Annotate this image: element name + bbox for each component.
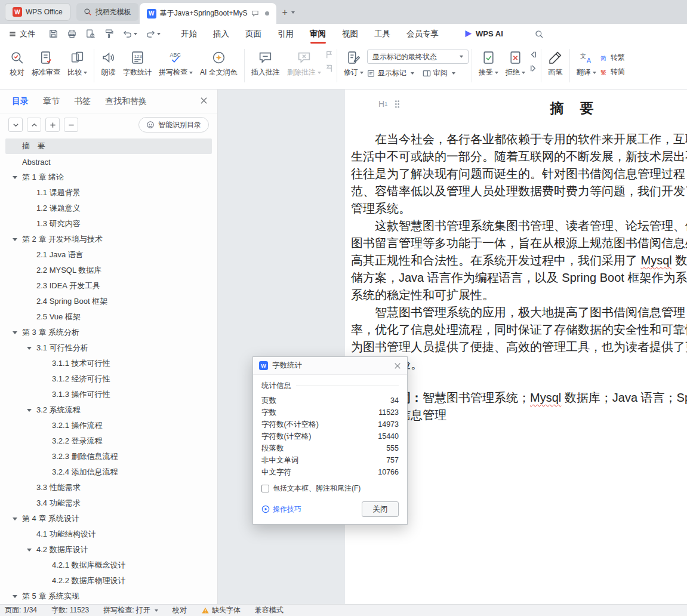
toc-item[interactable]: 4.1 功能结构设计: [5, 526, 212, 542]
tab-review[interactable]: 审阅: [310, 24, 326, 44]
toc-item[interactable]: 2.1 Java 语言: [5, 247, 212, 263]
toc-item[interactable]: 4.2 数据库设计: [5, 542, 212, 558]
previous-change-button[interactable]: [529, 50, 538, 59]
tab-insert[interactable]: 插入: [213, 24, 229, 44]
dialog-close-button[interactable]: [394, 362, 401, 369]
toc-item[interactable]: 2.4 Spring Boot 框架: [5, 294, 212, 309]
toc-item[interactable]: 3.1.1 技术可行性: [5, 356, 212, 371]
toc-item[interactable]: 3.2.1 操作流程: [5, 418, 212, 433]
read-aloud-button[interactable]: 朗读: [97, 48, 119, 79]
toc-item[interactable]: Abstract: [5, 154, 212, 170]
checkbox-icon[interactable]: [261, 485, 269, 492]
heading-level-button[interactable]: H1: [378, 99, 387, 109]
caret-down-icon[interactable]: [13, 595, 17, 600]
tips-link[interactable]: 操作技巧: [261, 504, 301, 515]
search-button[interactable]: [534, 29, 544, 39]
drag-handle-icon[interactable]: [394, 100, 401, 109]
toc-item[interactable]: 2.2 MYSQL 数据库: [5, 263, 212, 278]
undo-button[interactable]: [122, 29, 137, 39]
toc-item[interactable]: 第 3 章 系统分析: [5, 325, 212, 340]
redo-caret-icon[interactable]: [157, 33, 161, 37]
toc-item[interactable]: 3.2 系统流程: [5, 402, 212, 418]
word-count-button[interactable]: 123 字数统计: [119, 48, 155, 79]
close-dialog-button[interactable]: 关闭: [362, 501, 399, 517]
markup-state-dropdown[interactable]: 显示标记的最终状态: [367, 50, 469, 64]
toc-item[interactable]: 1.3 研究内容: [5, 216, 212, 232]
proofread-indicator[interactable]: 校对: [172, 605, 187, 615]
toc-item[interactable]: 第 1 章 绪论: [5, 170, 212, 185]
caret-down-icon[interactable]: [27, 347, 32, 352]
tab-wps-office[interactable]: W WPS Office: [5, 3, 70, 21]
wps-ai-button[interactable]: WPS AI: [464, 29, 503, 38]
toc-item[interactable]: 4.2.2 数据库物理设计: [5, 573, 212, 589]
comment-bubble-icon[interactable]: [251, 10, 259, 17]
tab-tools[interactable]: 工具: [374, 24, 390, 44]
tab-bookmarks[interactable]: 书签: [74, 96, 91, 107]
show-markup-button[interactable]: 显示标记: [367, 68, 414, 78]
tab-membership[interactable]: 会员专享: [406, 24, 439, 44]
include-textbox-checkbox-row[interactable]: 包括文本框、脚注和尾注(F): [261, 483, 399, 494]
tab-references[interactable]: 引用: [278, 24, 294, 44]
undo-caret-icon[interactable]: [134, 33, 137, 37]
tab-contents[interactable]: 目录: [12, 96, 29, 107]
delete-comment-button[interactable]: 删除批注: [284, 48, 325, 79]
print-icon[interactable]: [67, 29, 77, 39]
format-painter-icon[interactable]: [104, 29, 114, 39]
toc-item[interactable]: 3.1.2 经济可行性: [5, 371, 212, 387]
expand-all-button[interactable]: [8, 118, 23, 132]
previous-comment-button[interactable]: [325, 50, 334, 59]
tab-page[interactable]: 页面: [245, 24, 261, 44]
toc-item[interactable]: 2.3 IDEA 开发工具: [5, 278, 212, 294]
tab-find-template[interactable]: 找稻壳模板: [76, 3, 138, 21]
toc-item[interactable]: 1.2 课题意义: [5, 201, 212, 216]
dialog-title-bar[interactable]: W 字数统计: [253, 357, 407, 375]
save-icon[interactable]: [48, 29, 58, 39]
tab-view[interactable]: 视图: [342, 24, 358, 44]
toc-item[interactable]: 摘 要: [5, 138, 212, 154]
zoom-in-level-button[interactable]: [45, 118, 60, 132]
tab-document-active[interactable]: W 基于Java+SpringBoot+MyS: [140, 3, 276, 24]
tab-home[interactable]: 开始: [181, 24, 197, 44]
spell-check-indicator[interactable]: 拼写检查: 打开: [103, 605, 158, 615]
review-pane-button[interactable]: 审阅: [423, 68, 455, 78]
toc-item[interactable]: 3.1.3 操作可行性: [5, 387, 212, 402]
missing-font-indicator[interactable]: 缺失字体: [201, 605, 241, 615]
toc-item[interactable]: 第 5 章 系统实现: [5, 589, 212, 604]
caret-down-icon[interactable]: [27, 409, 32, 414]
toc-item[interactable]: 3.2.2 登录流程: [5, 433, 212, 449]
toc-item[interactable]: 4.2.1 数据库概念设计: [5, 558, 212, 573]
toc-item[interactable]: 1.1 课题背景: [5, 185, 212, 201]
file-menu-button[interactable]: 文件: [8, 29, 35, 39]
toc-item[interactable]: 3.2.4 添加信息流程: [5, 464, 212, 480]
caret-down-icon[interactable]: [13, 238, 17, 244]
tab-chapters[interactable]: 章节: [43, 96, 60, 107]
toc-item[interactable]: 3.3 性能需求: [5, 480, 212, 495]
accept-button[interactable]: 接受: [475, 48, 502, 79]
page-indicator[interactable]: 页面: 1/34: [5, 605, 37, 615]
ink-brush-button[interactable]: 画笔: [544, 48, 566, 79]
toc-item[interactable]: 第 2 章 开发环境与技术: [5, 232, 212, 247]
zoom-out-level-button[interactable]: [64, 118, 78, 132]
tab-list-caret-icon[interactable]: [291, 11, 295, 16]
close-pane-button[interactable]: [200, 97, 208, 104]
toc-item[interactable]: 第 4 章 系统设计: [5, 511, 212, 526]
standard-review-button[interactable]: 标准审查: [28, 48, 64, 79]
proofread-button[interactable]: 校对: [6, 48, 28, 79]
to-simplified-button[interactable]: 繁 转简: [600, 67, 625, 77]
toc-item[interactable]: 3.1 可行性分析: [5, 340, 212, 356]
modified-dot-icon[interactable]: [265, 11, 269, 16]
word-count-indicator[interactable]: 字数: 11523: [51, 605, 89, 615]
caret-down-icon[interactable]: [13, 518, 17, 523]
compat-mode-indicator[interactable]: 兼容模式: [255, 605, 284, 615]
spell-check-button[interactable]: ABC 拼写检查: [155, 48, 196, 79]
caret-down-icon[interactable]: [13, 331, 17, 337]
compare-button[interactable]: 比较: [64, 48, 91, 79]
toc-item[interactable]: 2.5 Vue 框架: [5, 309, 212, 325]
toc-item[interactable]: 3.2.3 删除信息流程: [5, 449, 212, 464]
insert-comment-button[interactable]: 插入批注: [248, 48, 284, 79]
document-page[interactable]: H1 摘 要 在当今社会，各行各业都依赖于专用的软件来开展工作，互联生活中不可或…: [345, 90, 687, 604]
tab-find-replace[interactable]: 查找和替换: [105, 96, 147, 107]
next-comment-button[interactable]: [325, 64, 334, 73]
to-traditional-button[interactable]: 简 转繁: [600, 53, 625, 63]
reject-button[interactable]: 拒绝: [502, 48, 529, 79]
